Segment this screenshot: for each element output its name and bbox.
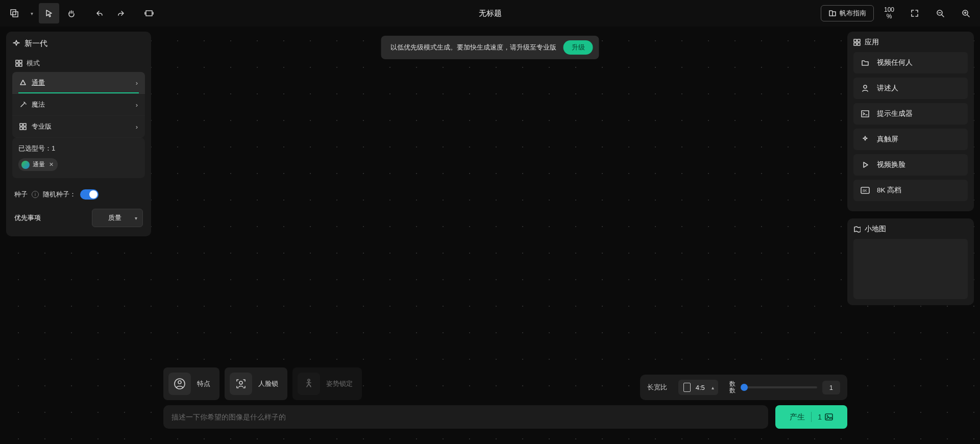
play-icon: [861, 161, 870, 169]
app-item-faceswap[interactable]: 视频换脸: [853, 154, 968, 176]
grid-icon: [19, 123, 27, 130]
svg-rect-12: [23, 127, 26, 130]
zoom-in-button[interactable]: [955, 3, 976, 23]
svg-rect-13: [854, 39, 856, 42]
feature-characteristics[interactable]: 特点: [163, 367, 219, 400]
svg-rect-10: [23, 124, 26, 126]
svg-point-22: [178, 381, 181, 384]
logo-button[interactable]: [4, 3, 24, 23]
svg-rect-15: [854, 43, 856, 45]
person-circle-icon: [168, 373, 191, 395]
frame-tool[interactable]: [139, 3, 159, 23]
svg-rect-6: [19, 60, 22, 63]
mode-item-flux[interactable]: 通量 ›: [12, 72, 145, 94]
chevron-right-icon: ›: [136, 79, 138, 87]
count-label: 数 数: [729, 381, 736, 393]
random-seed-toggle[interactable]: [80, 189, 99, 200]
svg-rect-7: [16, 64, 18, 66]
model-avatar-icon: [21, 161, 30, 169]
chevron-right-icon: ›: [136, 101, 138, 109]
svg-rect-16: [857, 43, 860, 45]
random-seed-label: 随机种子：: [43, 190, 76, 199]
priority-label: 优先事项: [14, 213, 41, 223]
svg-point-17: [864, 85, 867, 88]
app-item-8k-upscale[interactable]: 8K 8K 高档: [853, 180, 968, 201]
svg-rect-1: [13, 12, 18, 17]
chevron-right-icon: ›: [136, 123, 138, 131]
aspect-select[interactable]: 4:5: [678, 380, 718, 395]
apps-panel-title: 应用: [853, 38, 968, 47]
generate-button[interactable]: 产生 1: [775, 405, 847, 429]
aspect-shape-icon: [683, 383, 691, 392]
right-sidebar: 应用 视频任何人 讲述人 提示生成器 真触屏 视频换脸 8K 8K 高档: [847, 32, 974, 305]
mode-list: 通量 › 魔法 › 专业版 ›: [12, 72, 145, 138]
minimap-view[interactable]: [853, 239, 968, 299]
remove-chip-icon[interactable]: ✕: [49, 161, 54, 168]
pose-icon: [298, 373, 320, 395]
aspect-label: 长宽比: [647, 383, 667, 392]
selected-models: 已选型号：1 通量 ✕: [12, 138, 145, 178]
prompt-area: [163, 405, 768, 429]
generation-controls: 长宽比 4:5 数 数 1: [640, 375, 847, 400]
undo-button[interactable]: [89, 3, 109, 23]
feature-facelock[interactable]: 人脸锁: [225, 367, 287, 400]
redo-button[interactable]: [111, 3, 132, 23]
svg-rect-8: [19, 64, 22, 66]
generation-panel: 新一代 模式 通量 › 魔法 › 专业版 › 已选型号：1 通量 ✕ 种子: [6, 32, 151, 236]
topbar: ▾ 无标题 帆布指南 100 %: [0, 0, 980, 27]
prompt-input[interactable]: [172, 413, 760, 421]
model-chip-flux[interactable]: 通量 ✕: [18, 158, 58, 171]
app-item-prompt-generator[interactable]: 提示生成器: [853, 103, 968, 125]
map-icon: [853, 226, 861, 233]
feature-row: 特点 人脸锁 姿势锁定: [163, 367, 362, 400]
notice-text: 以低优先级模式生成。要加快生成速度，请升级至专业版: [390, 43, 556, 52]
selected-models-header: 已选型号：1: [18, 144, 139, 153]
feature-poselock[interactable]: 姿势锁定: [292, 367, 362, 400]
app-item-narrator[interactable]: 讲述人: [853, 78, 968, 99]
seed-row: 种子 i 随机种子：: [12, 185, 145, 204]
generate-label: 产生: [790, 412, 805, 422]
minimap-panel: 小地图: [847, 218, 974, 305]
svg-rect-18: [862, 111, 869, 117]
count-slider[interactable]: [741, 386, 817, 388]
modes-header: 模式: [12, 56, 145, 72]
svg-text:8K: 8K: [863, 189, 867, 192]
svg-point-26: [827, 415, 828, 417]
person-icon: [861, 84, 870, 92]
priority-select[interactable]: 质量: [92, 209, 143, 227]
sparkle-icon: [12, 40, 20, 48]
svg-rect-11: [20, 127, 22, 130]
generation-panel-title: 新一代: [12, 39, 145, 48]
bottom-input-bar: 特点 人脸锁 姿势锁定 长宽比 4:5 数 数: [163, 367, 847, 429]
hand-tool[interactable]: [61, 3, 82, 23]
zoom-out-button[interactable]: [930, 3, 950, 23]
terminal-icon: [861, 110, 870, 118]
folder-icon: [861, 59, 870, 67]
logo-dropdown[interactable]: ▾: [27, 11, 37, 16]
document-title: 无标题: [479, 9, 502, 18]
canvas-guide-button[interactable]: 帆布指南: [821, 5, 874, 21]
cursor-tool[interactable]: [39, 3, 59, 23]
upgrade-button[interactable]: 升级: [564, 40, 593, 55]
app-item-video-anyone[interactable]: 视频任何人: [853, 52, 968, 73]
generate-count: 1: [818, 413, 833, 421]
info-icon[interactable]: i: [32, 191, 39, 198]
priority-row: 优先事项 质量: [12, 209, 145, 227]
app-item-realtouch[interactable]: 真触屏: [853, 129, 968, 150]
zoom-indicator[interactable]: 100 %: [879, 7, 899, 20]
svg-rect-5: [16, 60, 18, 63]
count-value: 1: [822, 381, 840, 394]
svg-rect-14: [857, 39, 860, 42]
grid-icon: [15, 60, 22, 67]
mode-item-magic[interactable]: 魔法 ›: [12, 94, 145, 116]
svg-rect-9: [20, 124, 22, 126]
seed-label: 种子: [14, 190, 28, 199]
apps-panel: 应用 视频任何人 讲述人 提示生成器 真触屏 视频换脸 8K 8K 高档: [847, 32, 974, 211]
fit-view-button[interactable]: [904, 3, 925, 23]
svg-point-23: [239, 381, 242, 384]
sparkle-icon: [861, 135, 870, 143]
mode-item-pro[interactable]: 专业版 ›: [12, 116, 145, 138]
face-scan-icon: [230, 373, 252, 395]
svg-rect-0: [11, 10, 16, 15]
minimap-title: 小地图: [853, 225, 968, 234]
